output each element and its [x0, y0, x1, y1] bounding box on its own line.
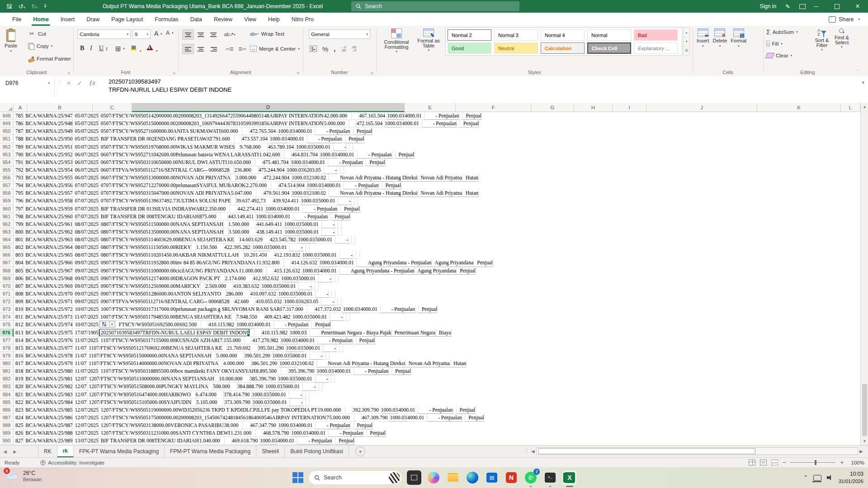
cell-E985[interactable]: [192, 399, 196, 406]
wrap-text-button[interactable]: ab↩ Wrap Text: [250, 31, 284, 37]
cell-G990[interactable]: 469.618.790: [232, 437, 260, 445]
cell-I964[interactable]: 5000.01: [316, 236, 335, 244]
cell-I956[interactable]: 2100.02: [309, 174, 329, 182]
cell-I952[interactable]: 5000.01: [313, 143, 333, 151]
format-as-table-button[interactable]: ✎ Format as Table▾: [415, 28, 443, 52]
cell-H960[interactable]: 1000.03: [265, 205, 283, 213]
cell-G957[interactable]: 474.514.904: [278, 182, 307, 189]
cell-G965[interactable]: 422.395.282: [224, 244, 253, 251]
cell-F963[interactable]: 3.500.000: [228, 228, 256, 236]
cell-B954[interactable]: BCA/WARNA/25/953: [24, 159, 73, 166]
cell-I975[interactable]: 4000.01: [254, 321, 274, 328]
cell-F960[interactable]: [230, 205, 237, 213]
cell-G973[interactable]: 417.372.032: [315, 305, 343, 313]
cell-J964[interactable]: -: [335, 236, 349, 244]
cell-B964[interactable]: BCA/WARNA/25/963: [24, 236, 73, 244]
accessibility-status[interactable]: Accessibility: Investigate: [40, 460, 104, 465]
cell-K958[interactable]: Novan Adi Priyatna: [418, 189, 462, 197]
cell-F972[interactable]: 42.600: [234, 298, 256, 305]
row-header-987[interactable]: 987: [0, 414, 14, 422]
cell-J953[interactable]: - Penjualan: [358, 151, 392, 159]
cell-J970[interactable]: -: [299, 282, 312, 290]
cell-I985[interactable]: 5000.01: [270, 399, 290, 406]
column-header-K[interactable]: K: [757, 103, 841, 112]
cell-K971[interactable]: [329, 290, 332, 298]
cell-I981[interactable]: 4000.01: [334, 367, 354, 375]
cell-A973[interactable]: 810: [14, 305, 24, 313]
cell-J976[interactable]: Penerimaan Negara - Biaya Pajak: [310, 329, 392, 337]
cell-C986[interactable]: 12/07/2025: [73, 406, 99, 414]
cell-C985[interactable]: 12/07: [73, 399, 87, 406]
cell-H953[interactable]: 1000.03: [320, 151, 337, 159]
cell-G979[interactable]: 390.501.290: [244, 352, 273, 360]
cell-H962[interactable]: 1000.03: [284, 221, 302, 228]
cell-I960[interactable]: 4000.01: [283, 205, 303, 213]
cell-G985[interactable]: 373.309.790: [224, 399, 253, 406]
cell-K979[interactable]: [323, 352, 326, 360]
cell-H951[interactable]: 1000.03: [270, 135, 287, 143]
cell-L959[interactable]: [354, 197, 358, 205]
cell-L956[interactable]: Hutan: [462, 174, 479, 182]
cell-G962[interactable]: 441.649.411: [256, 221, 284, 228]
row-header-972[interactable]: 972: [0, 298, 14, 305]
cell-E975[interactable]: 692.500: [180, 321, 201, 328]
paste-button[interactable]: Paste▾: [5, 28, 17, 53]
number-format-select[interactable]: General▾: [309, 29, 370, 39]
cell-A966[interactable]: 803: [14, 251, 24, 259]
cell-D948[interactable]: 0507/FTSCY/WS9505142000000.00200008203_1…: [99, 112, 324, 120]
terminal-icon[interactable]: >_: [543, 470, 557, 485]
cell-I989[interactable]: 4000.01: [309, 429, 329, 437]
cell-B985[interactable]: BCA/WARNA/25/984: [24, 399, 73, 406]
cell-J982[interactable]: -: [316, 375, 329, 383]
cell-A965[interactable]: 802: [14, 244, 24, 251]
cell-E987[interactable]: 75.000.000: [326, 414, 354, 422]
expand-formula-bar-icon[interactable]: ▾: [862, 80, 864, 85]
undo-icon[interactable]: ↺▾: [19, 4, 25, 9]
conditional-formatting-button[interactable]: Conditional Formatting▾: [381, 28, 412, 53]
cell-F973[interactable]: [307, 305, 315, 313]
cell-K964[interactable]: [349, 236, 352, 244]
cell-G963[interactable]: 438.149.411: [256, 228, 284, 236]
ribbon-display-options-icon[interactable]: [799, 4, 806, 9]
cell-H985[interactable]: 1000.03: [253, 399, 270, 406]
cell-L948[interactable]: Penjual: [462, 112, 482, 120]
selected-cell-D976[interactable]: 2025071039583497TRFDN-NURUL LAELI ESPAY …: [99, 329, 250, 337]
style-bad[interactable]: Bad: [634, 29, 678, 41]
cell-K988[interactable]: [351, 422, 354, 429]
cell-D980[interactable]: 1107/FTSCY/WS950514000000.00NOVAN ADI PR…: [87, 360, 219, 367]
start-button[interactable]: [292, 472, 304, 483]
cell-L978[interactable]: [340, 344, 343, 352]
cell-F968[interactable]: [267, 267, 274, 275]
cell-D950[interactable]: 0507/FTSCY/WS95271600000.00ANITA SUKMAWA…: [99, 127, 221, 135]
cell-C990[interactable]: 13/07/2025: [73, 437, 99, 445]
cell-C976[interactable]: 17/07/1905: [73, 329, 99, 337]
cell-D963[interactable]: 0807/FTSCY/WS950513500000.00NANA SEPTIAN…: [99, 228, 224, 236]
cell-F957[interactable]: [271, 182, 278, 189]
cell-K978[interactable]: [336, 344, 340, 352]
cell-C978[interactable]: 11/07: [73, 344, 87, 352]
cell-F986[interactable]: [345, 406, 353, 414]
cell-C969[interactable]: 09/07/2025: [73, 275, 99, 282]
cell-I948[interactable]: 4000.01: [405, 112, 425, 120]
row-header-957[interactable]: 957: [0, 182, 14, 189]
cell-B969[interactable]: BCA/WARNA/25/968: [24, 275, 73, 282]
volume-icon[interactable]: [827, 475, 833, 480]
cell-G978[interactable]: 395.501.290: [258, 344, 286, 352]
page-layout-view-icon[interactable]: [760, 460, 767, 465]
cell-J952[interactable]: -: [334, 143, 347, 151]
cell-C975[interactable]: 10/07/2025: [73, 321, 99, 328]
scroll-down-icon[interactable]: ▼: [861, 437, 868, 445]
zoom-in-icon[interactable]: +: [840, 459, 844, 466]
cell-K987[interactable]: [462, 414, 465, 422]
comma-style-button[interactable]: ,: [334, 45, 335, 53]
cell-D959[interactable]: 0707/FTSCY/WS9505139637492.73ULTIMA SOLU…: [99, 197, 231, 205]
cell-L970[interactable]: [315, 282, 319, 290]
zoom-slider[interactable]: [790, 462, 835, 463]
zoom-out-icon[interactable]: −: [783, 459, 786, 466]
cell-H950[interactable]: 1000.03: [278, 127, 295, 135]
cell-C984[interactable]: 12/07: [73, 391, 87, 399]
cell-D954[interactable]: 0607/FTSCY/WS9503110650000.00NURUL DWI A…: [99, 159, 227, 166]
cell-I983[interactable]: 5000.01: [283, 383, 303, 390]
share-button[interactable]: Share ▾: [829, 13, 860, 26]
cell-B958[interactable]: BCA/WARNA/25/957: [24, 189, 73, 197]
